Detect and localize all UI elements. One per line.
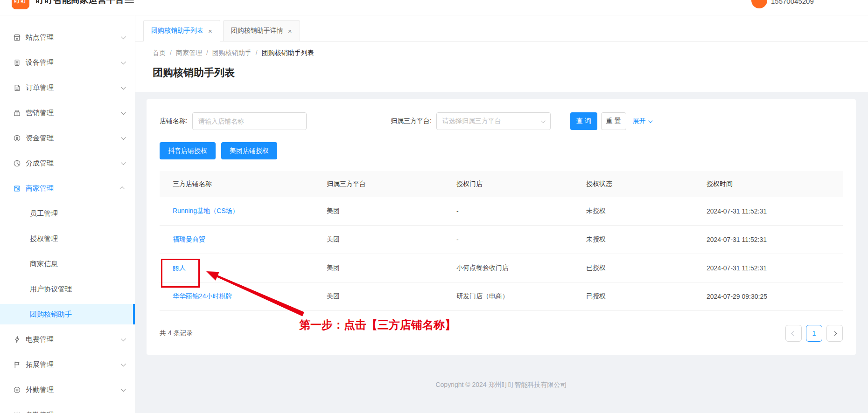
tab-label: 团购核销助手列表 [151, 27, 203, 35]
breadcrumb-current: 团购核销助手列表 [262, 48, 314, 57]
page-header-block: 首页 / 商家管理 / 团购核销助手 / 团购核销助手列表 团购核销助手列表 [135, 41, 868, 92]
chevron-down-icon [121, 160, 126, 165]
pagination: 1 [785, 325, 843, 342]
sidebar-item-attendance[interactable]: 考勤管理 [0, 405, 135, 413]
douyin-auth-button[interactable]: 抖音店铺授权 [160, 142, 216, 159]
table-row: 华华丽锦24小时棋牌 美团 研发门店（电商） 已授权 2024-07-29 09… [160, 282, 843, 311]
col-platform: 归属三方平台 [314, 180, 443, 188]
breadcrumb: 首页 / 商家管理 / 团购核销助手 / 团购核销助手列表 [153, 48, 868, 57]
sidebar-item-fieldwork[interactable]: 外勤管理 [0, 379, 135, 400]
table-footer: 共 4 条记录 1 [160, 325, 843, 342]
document-icon [13, 84, 21, 92]
close-icon[interactable]: × [288, 28, 292, 34]
chevron-down-icon [121, 135, 126, 140]
sidebar-item-staff[interactable]: 员工管理 [0, 203, 135, 224]
sun-icon [13, 411, 21, 413]
storefront-icon [13, 34, 21, 41]
sidebar-item-device[interactable]: 设备管理 [0, 52, 135, 73]
chevron-down-icon [121, 110, 126, 115]
platform-label: 归属三方平台: [391, 117, 432, 125]
platform-cell: 美团 [314, 264, 443, 272]
auth-time-cell: 2024-07-29 09:30:25 [693, 293, 843, 300]
records-total: 共 4 条记录 [160, 329, 193, 337]
sidebar-item-merchant-info[interactable]: 商家信息 [0, 254, 135, 274]
list-card: 店铺名称: 归属三方平台: 请选择归属三方平台 查 询 重 置 展开 抖 [147, 99, 856, 355]
prev-page-button[interactable] [785, 325, 802, 342]
gift-icon [13, 109, 21, 117]
sidebar-item-marketing[interactable]: 营销管理 [0, 103, 135, 123]
chevron-down-icon [121, 84, 126, 89]
store-name-link[interactable]: 华华丽锦24小时棋牌 [160, 292, 314, 301]
page-number-button[interactable]: 1 [806, 325, 822, 342]
meituan-auth-button[interactable]: 美团店铺授权 [221, 142, 277, 159]
sidebar-item-label: 商家管理 [26, 184, 54, 193]
sidebar-item-label: 资金管理 [26, 134, 54, 143]
tab-groupbuy-detail[interactable]: 团购核销助手详情 × [223, 20, 300, 41]
sidebar-item-label: 电费管理 [26, 335, 54, 344]
sidebar-item-label: 商家信息 [30, 260, 58, 268]
auth-time-cell: 2024-07-31 11:52:31 [693, 264, 843, 272]
sidebar-item-share[interactable]: 分成管理 [0, 153, 135, 173]
sidebar-item-label: 员工管理 [30, 209, 58, 218]
app-root: 叮叮 叮叮智能商家运营平台 15570045209 站点管理 设备管理 订单管理… [0, 0, 868, 413]
sidebar-nav: 站点管理 设备管理 订单管理 营销管理 资金管理 分成管理 [0, 15, 135, 413]
store-name-link[interactable]: 丽人 [160, 264, 314, 272]
store-name-link[interactable]: Running基地（CS场） [160, 207, 314, 215]
sidebar-item-label: 外勤管理 [26, 385, 54, 394]
content-area: 店铺名称: 归属三方平台: 请选择归属三方平台 查 询 重 置 展开 抖 [135, 92, 868, 413]
sidebar-item-groupbuy-assistant[interactable]: 团购核销助手 [0, 304, 135, 324]
auth-store-cell: - [443, 207, 573, 215]
sidebar-item-funds[interactable]: 资金管理 [0, 128, 135, 148]
lightning-icon [13, 336, 21, 344]
sidebar-item-label: 用户协议管理 [30, 285, 72, 294]
breadcrumb-merchant[interactable]: 商家管理 [176, 48, 202, 57]
device-icon [13, 59, 21, 67]
breadcrumb-separator: / [256, 48, 258, 57]
col-auth-store: 授权门店 [443, 180, 573, 188]
platform-cell: 美团 [314, 207, 443, 215]
user-menu[interactable]: 15570045209 [737, 0, 868, 15]
sidebar-item-site[interactable]: 站点管理 [0, 27, 135, 48]
sidebar-item-merchant[interactable]: 商家管理 [0, 178, 135, 199]
chevron-down-icon [121, 361, 126, 366]
tab-label: 团购核销助手详情 [231, 27, 283, 35]
sidebar-item-auth-mgmt[interactable]: 授权管理 [0, 228, 135, 249]
next-page-button[interactable] [826, 325, 843, 342]
expand-link[interactable]: 展开 [633, 117, 651, 125]
shop-name-label: 店铺名称: [160, 117, 188, 125]
sidebar-item-electricity[interactable]: 电费管理 [0, 329, 135, 350]
user-avatar [751, 0, 767, 8]
sidebar-item-label: 拓展管理 [26, 360, 54, 369]
expand-label: 展开 [633, 117, 646, 125]
user-phone: 15570045209 [771, 0, 814, 6]
sidebar-item-label: 设备管理 [26, 58, 54, 67]
sidebar-item-user-agreement[interactable]: 用户协议管理 [0, 279, 135, 299]
platform-cell: 美团 [314, 235, 443, 244]
shops-table: 三方店铺名称 归属三方平台 授权门店 授权状态 授权时间 Running基地（C… [160, 171, 843, 311]
app-title: 叮叮智能商家运营平台 [35, 0, 124, 6]
sidebar-item-order[interactable]: 订单管理 [0, 77, 135, 98]
page-title: 团购核销助手列表 [153, 66, 868, 80]
breadcrumb-groupbuy[interactable]: 团购核销助手 [212, 48, 252, 57]
auth-store-cell: - [443, 236, 573, 243]
auth-time-cell: 2024-07-31 11:52:31 [693, 207, 843, 215]
sidebar-item-label: 授权管理 [30, 234, 58, 243]
tab-groupbuy-list[interactable]: 团购核销助手列表 × [143, 20, 220, 41]
search-button[interactable]: 查 询 [570, 112, 597, 130]
sidebar-item-label: 考勤管理 [26, 411, 54, 413]
flag-icon [13, 361, 21, 369]
reset-button[interactable]: 重 置 [601, 112, 626, 130]
app-logo: 叮叮 [12, 0, 29, 9]
sidebar-item-expansion[interactable]: 拓展管理 [0, 354, 135, 375]
platform-select[interactable]: 请选择归属三方平台 [436, 112, 551, 130]
store-name-link[interactable]: 福瑞曼商贸 [160, 235, 314, 244]
filter-row: 店铺名称: 归属三方平台: 请选择归属三方平台 查 询 重 置 展开 [160, 112, 843, 130]
close-icon[interactable]: × [208, 28, 212, 34]
location-target-icon [13, 386, 21, 394]
shop-name-input[interactable] [192, 112, 307, 130]
sidebar-item-label: 团购核销助手 [30, 310, 72, 319]
platform-select-placeholder: 请选择归属三方平台 [442, 117, 501, 125]
annotation-step-text: 第一步：点击【三方店铺名称】 [299, 317, 456, 332]
sidebar-collapse-icon[interactable] [125, 0, 134, 5]
breadcrumb-home[interactable]: 首页 [153, 48, 166, 57]
